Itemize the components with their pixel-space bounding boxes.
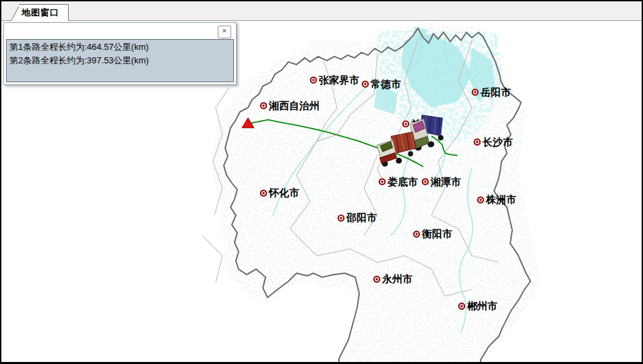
panel-close-button[interactable]: ✕ xyxy=(218,26,231,38)
city-label: 娄底市 xyxy=(387,176,418,187)
city-label: 衡阳市 xyxy=(421,228,452,239)
city-label: 湘潭市 xyxy=(430,176,461,187)
city-label: 张家界市 xyxy=(319,74,359,86)
route-1-length-text: 第1条路全程长约为:464.57公里(km) xyxy=(7,40,233,53)
map-canvas[interactable]: 湘西自治州 张家界市 常德市 岳阳市 益阳市 xyxy=(1,21,642,362)
tab-label: 地图窗口 xyxy=(22,7,59,19)
city-label: 邵阳市 xyxy=(346,212,377,223)
map-window: 地图窗口 xyxy=(1,1,642,362)
city-xiangxi: 湘西自治州 xyxy=(261,100,319,111)
app-window: 地图窗口 xyxy=(0,0,643,364)
route-info-panel: ✕ 第1条路全程长约为:464.57公里(km) 第2条路全程长约为:397.5… xyxy=(3,22,237,85)
route-2-length-text: 第2条路全程长约为:397.53公里(km) xyxy=(7,53,233,67)
city-label: 株洲市 xyxy=(485,193,516,205)
tab-strip: 地图窗口 xyxy=(1,1,642,21)
route-info-box: 第1条路全程长约为:464.57公里(km) 第2条路全程长约为:397.53公… xyxy=(6,39,234,82)
city-label: 岳阳市 xyxy=(480,86,511,98)
city-label: 湘西自治州 xyxy=(268,100,319,111)
city-label: 永州市 xyxy=(381,273,412,284)
tab-map-window[interactable]: 地图窗口 xyxy=(9,4,69,21)
city-label: 怀化市 xyxy=(268,187,299,198)
city-label: 长沙市 xyxy=(482,136,513,148)
close-icon: ✕ xyxy=(222,28,227,34)
city-label: 常德市 xyxy=(370,78,401,90)
city-label: 郴州市 xyxy=(466,300,497,311)
